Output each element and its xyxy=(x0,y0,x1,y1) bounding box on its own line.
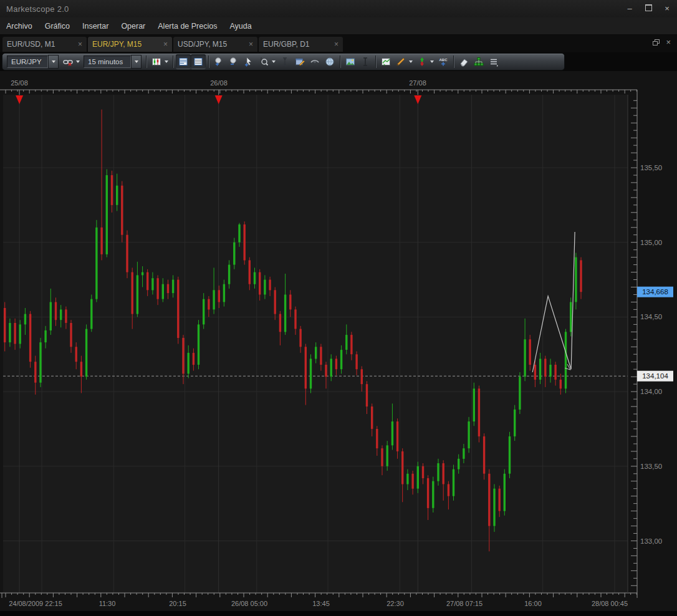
svg-text:16:00: 16:00 xyxy=(524,600,542,607)
minimize-button[interactable]: – xyxy=(625,0,635,17)
tab-eur-jpy-m15[interactable]: EUR/JPY, M15× xyxy=(88,37,172,52)
svg-text:ABC: ABC xyxy=(439,58,448,62)
menu-item-alerta-de-precios[interactable]: Alerta de Precios xyxy=(151,18,223,34)
svg-text:135,50: 135,50 xyxy=(640,164,662,171)
tab-usd-jpy-m15[interactable]: USD/JPY, M15× xyxy=(173,37,257,52)
globe-button[interactable] xyxy=(322,54,337,69)
svg-text:133,00: 133,00 xyxy=(640,537,662,545)
menu-item-gr-fico[interactable]: Gráfico xyxy=(39,18,76,34)
tab-close-icon[interactable]: × xyxy=(332,40,338,49)
annotation-window-button[interactable] xyxy=(292,54,307,69)
reference-price-badge: 134,104 xyxy=(637,371,673,382)
zoom-out-button[interactable] xyxy=(226,54,241,69)
bid-grid-icon xyxy=(178,57,188,67)
tab-eur-usd-m1[interactable]: EUR/USD, M1× xyxy=(2,37,87,52)
updown-marker-icon xyxy=(417,57,427,67)
image-button[interactable] xyxy=(343,54,358,69)
toolbar-menu-icon xyxy=(489,57,499,67)
chart-type-candles-caret[interactable] xyxy=(165,60,168,63)
fit-vertical-button[interactable] xyxy=(277,54,292,69)
svg-text:26/08: 26/08 xyxy=(210,79,228,87)
zoom-region-button[interactable] xyxy=(256,54,271,69)
pencil-caret[interactable] xyxy=(409,60,413,63)
timeframe-combobox-dropdown-button[interactable] xyxy=(131,55,142,69)
chart-canvas[interactable]: 25/0826/0827/0824/08/2009 22:1511:3020:1… xyxy=(0,71,677,616)
ask-grid-button[interactable] xyxy=(191,54,206,69)
indicator-window-icon xyxy=(381,57,391,67)
zoom-region-icon xyxy=(259,57,269,67)
svg-text:26/08 05:00: 26/08 05:00 xyxy=(231,600,267,607)
plot-background[interactable] xyxy=(3,95,628,593)
window-title: Marketscope 2.0 xyxy=(0,4,69,14)
bottom-strip xyxy=(0,611,677,616)
indicator-window-button[interactable] xyxy=(378,54,393,69)
svg-text:24/08/2009 22:15: 24/08/2009 22:15 xyxy=(9,600,62,607)
updown-marker-button[interactable] xyxy=(415,54,430,69)
toolbar-row: EUR/JPY15 minutosABC xyxy=(0,52,677,71)
toolbar-separator xyxy=(173,55,173,68)
tab-label: EUR/USD, M1 xyxy=(7,40,55,49)
svg-text:134,50: 134,50 xyxy=(640,313,662,320)
tab-eur-gbp-d1[interactable]: EUR/GBP, D1× xyxy=(259,37,343,52)
image-icon xyxy=(345,57,355,67)
toolbar-separator xyxy=(146,55,146,68)
toolbar-separator xyxy=(208,55,209,68)
link-broken-icon xyxy=(63,57,73,67)
timeframe-combobox-value[interactable]: 15 minutos xyxy=(84,55,131,68)
tabbar: EUR/USD, M1×EUR/JPY, M15×USD/JPY, M15×EU… xyxy=(0,35,677,52)
marketscope-window: Marketscope 2.0 – × ArchivoGráficoInsert… xyxy=(0,0,677,616)
pointer-add-button[interactable] xyxy=(241,54,256,69)
svg-text:11:30: 11:30 xyxy=(99,600,116,607)
zoom-out-icon xyxy=(229,57,239,67)
svg-text:134,104: 134,104 xyxy=(642,372,668,380)
zoom-in-button[interactable] xyxy=(211,54,226,69)
toolbar-separator xyxy=(340,55,340,68)
zoom-region-caret[interactable] xyxy=(272,60,276,63)
svg-text:134,00: 134,00 xyxy=(640,388,662,395)
toolbar: EUR/JPY15 minutosABC xyxy=(2,53,565,70)
svg-text:133,50: 133,50 xyxy=(640,463,662,470)
updown-marker-caret[interactable] xyxy=(430,60,434,63)
toolbar-separator xyxy=(453,55,454,68)
svg-text:27/08 07:15: 27/08 07:15 xyxy=(446,600,483,607)
menu-item-insertar[interactable]: Insertar xyxy=(76,18,115,34)
tab-label: USD/JPY, M15 xyxy=(178,40,227,49)
abc-label-icon: ABC xyxy=(438,57,448,67)
tab-close-icon[interactable]: × xyxy=(246,40,253,49)
zoom-in-icon xyxy=(214,57,224,67)
tab-close-icon[interactable]: × xyxy=(161,40,168,49)
symbol-combobox: EUR/JPY xyxy=(7,55,59,69)
svg-text:13:45: 13:45 xyxy=(312,600,330,607)
bid-grid-button[interactable] xyxy=(176,54,191,69)
current-price-badge: 134,668 xyxy=(637,287,673,297)
timeframe-combobox: 15 minutos xyxy=(84,55,142,69)
svg-text:134,668: 134,668 xyxy=(642,288,668,296)
tab-label: EUR/GBP, D1 xyxy=(263,40,309,49)
eraser-button[interactable] xyxy=(456,54,471,69)
symbol-combobox-dropdown-button[interactable] xyxy=(48,55,59,69)
symbol-combobox-value[interactable]: EUR/JPY xyxy=(7,55,48,68)
fit-vertical-icon xyxy=(280,57,290,67)
link-broken-caret[interactable] xyxy=(76,60,80,63)
svg-text:27/08: 27/08 xyxy=(409,79,426,87)
svg-text:20:15: 20:15 xyxy=(169,600,186,607)
tabbar-close-icon[interactable]: × xyxy=(666,39,671,46)
menu-item-archivo[interactable]: Archivo xyxy=(0,18,39,34)
abc-label-button[interactable]: ABC xyxy=(436,54,451,69)
tab-close-icon[interactable]: × xyxy=(75,40,82,49)
menu-item-ayuda[interactable]: Ayuda xyxy=(223,18,257,34)
pencil-button[interactable] xyxy=(393,54,408,69)
link-broken-button[interactable] xyxy=(60,54,75,69)
maximize-button[interactable] xyxy=(643,0,653,17)
menu-item-operar[interactable]: Operar xyxy=(115,18,151,34)
eye-button[interactable] xyxy=(307,54,322,69)
chart-type-candles-icon xyxy=(151,57,161,67)
strategy-nodes-button[interactable] xyxy=(471,54,486,69)
close-button[interactable]: × xyxy=(662,0,672,17)
text-cursor-button[interactable] xyxy=(358,54,373,69)
tabbar-restore-icon[interactable] xyxy=(653,39,660,46)
chart-type-candles-button[interactable] xyxy=(149,54,164,69)
annotation-window-icon xyxy=(295,57,305,67)
svg-text:28/08 00:45: 28/08 00:45 xyxy=(592,600,628,607)
toolbar-menu-button[interactable] xyxy=(486,54,501,69)
